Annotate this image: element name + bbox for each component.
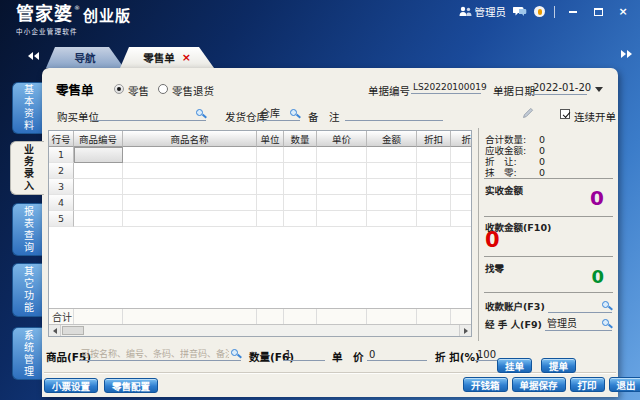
edit-icon[interactable] xyxy=(521,106,535,120)
buyer-input[interactable] xyxy=(90,108,206,121)
h-scrollbar[interactable] xyxy=(49,324,471,336)
price-input[interactable]: 0 xyxy=(367,347,427,361)
grid-cell[interactable] xyxy=(451,147,471,163)
grid-cell[interactable] xyxy=(317,195,367,211)
grid-cell[interactable] xyxy=(284,147,317,163)
message-icon[interactable] xyxy=(513,6,527,17)
sidebar-item-report-query[interactable]: 报表查询 xyxy=(12,203,42,256)
search-icon[interactable] xyxy=(196,109,206,119)
grid-cell[interactable] xyxy=(317,163,367,179)
sidebar-item-other-functions[interactable]: 其它功能 xyxy=(12,263,42,317)
grid-cell[interactable] xyxy=(367,147,417,163)
doc-no-value[interactable]: LS20220100019 xyxy=(411,82,481,94)
grid-cell[interactable] xyxy=(74,195,123,211)
table-row[interactable]: 3 xyxy=(49,179,471,195)
col-header-row-no: 行号 xyxy=(49,131,74,147)
tab-scroll-right-icon[interactable] xyxy=(621,50,632,58)
save-document-button[interactable]: 单据保存 xyxy=(512,377,566,392)
grid-cell[interactable] xyxy=(417,163,451,179)
grid-cell[interactable] xyxy=(257,195,284,211)
maximize-button[interactable] xyxy=(589,5,607,19)
minimize-button[interactable] xyxy=(564,5,582,19)
grid-cell[interactable] xyxy=(317,211,367,227)
sidebar-item-system-management[interactable]: 系统管理 xyxy=(12,327,42,380)
col-header-qty: 数量 xyxy=(284,131,317,147)
search-icon[interactable] xyxy=(602,319,612,329)
search-icon[interactable] xyxy=(231,349,241,359)
grid-cell[interactable] xyxy=(451,179,471,195)
grid-cell[interactable] xyxy=(317,147,367,163)
grid-cell[interactable] xyxy=(257,179,284,195)
product-search-input[interactable]: 可按名称、编号、条码、拼音码、备注查询 xyxy=(79,347,241,361)
table-row[interactable]: 1 xyxy=(49,147,471,163)
grid-cell[interactable] xyxy=(417,147,451,163)
grid-cell[interactable] xyxy=(317,179,367,195)
radio-retail-return[interactable] xyxy=(158,84,168,94)
grid-cell[interactable] xyxy=(123,195,257,211)
brand-name: 管家婆 xyxy=(16,5,73,23)
grid-cell[interactable] xyxy=(417,179,451,195)
qty-input[interactable]: 1 xyxy=(283,347,325,361)
grid-cell-selected[interactable] xyxy=(74,147,123,163)
table-row[interactable]: 2 xyxy=(49,163,471,179)
search-icon[interactable] xyxy=(290,109,300,119)
grid-cell[interactable] xyxy=(451,195,471,211)
grid-cell[interactable] xyxy=(74,211,123,227)
grid-cell[interactable] xyxy=(284,195,317,211)
user-menu[interactable]: 管理员 xyxy=(459,4,507,19)
retrieve-order-button[interactable]: 提单 xyxy=(541,358,576,373)
grid-cell[interactable] xyxy=(451,211,471,227)
grid-cell[interactable] xyxy=(284,211,317,227)
grid-cell[interactable] xyxy=(74,163,123,179)
grid-cell[interactable] xyxy=(123,179,257,195)
hold-order-button[interactable]: 挂单 xyxy=(497,358,532,373)
grid-cell[interactable] xyxy=(367,211,417,227)
close-tab-icon[interactable]: × xyxy=(182,51,191,64)
grid-cell[interactable] xyxy=(367,179,417,195)
scroll-thumb[interactable] xyxy=(62,326,84,335)
handler-input[interactable]: 管理员 xyxy=(545,318,612,331)
date-dropdown-icon[interactable] xyxy=(595,87,603,92)
retail-config-button[interactable]: 零售配置 xyxy=(104,378,158,393)
tab-retail-order[interactable]: 零售单 × xyxy=(120,47,214,68)
scroll-right-icon[interactable] xyxy=(459,325,471,336)
table-row[interactable]: 4 xyxy=(49,195,471,211)
handler-label: 经 手 人(F9) xyxy=(485,317,542,331)
open-cash-drawer-button[interactable]: 开钱箱 xyxy=(463,377,508,392)
doc-date-value[interactable]: 2022-01-20 xyxy=(531,82,587,95)
grid-cell[interactable] xyxy=(417,195,451,211)
grid-cell[interactable] xyxy=(284,179,317,195)
grid-cell[interactable] xyxy=(257,147,284,163)
grid-cell[interactable] xyxy=(123,147,257,163)
grid-cell[interactable] xyxy=(74,179,123,195)
grid-cell[interactable] xyxy=(367,163,417,179)
scroll-left-icon[interactable] xyxy=(49,325,61,336)
sidebar-item-business-entry[interactable]: 业务录入 xyxy=(10,141,44,195)
row-number: 5 xyxy=(49,211,74,227)
product-search-placeholder: 可按名称、编号、条码、拼音码、备注查询 xyxy=(79,347,229,360)
print-button[interactable]: 打印 xyxy=(570,377,605,392)
grid-cell[interactable] xyxy=(284,163,317,179)
radio-retail[interactable] xyxy=(114,84,124,94)
grid-cell[interactable] xyxy=(451,163,471,179)
tab-scroll-left-icon[interactable] xyxy=(28,52,39,60)
exit-button[interactable]: 退出 xyxy=(609,377,640,392)
remark-input[interactable] xyxy=(345,108,443,121)
grid-cell[interactable] xyxy=(257,163,284,179)
key-icon[interactable] xyxy=(534,6,545,17)
close-button[interactable]: × xyxy=(614,5,632,19)
account-input[interactable] xyxy=(548,300,612,313)
search-icon[interactable] xyxy=(602,301,612,311)
sidebar-item-basic-data[interactable]: 基本资料 xyxy=(12,82,42,134)
grid-cell[interactable] xyxy=(123,211,257,227)
continuous-billing-checkbox[interactable] xyxy=(560,109,570,119)
grid-cell[interactable] xyxy=(257,211,284,227)
grid-cell[interactable] xyxy=(417,211,451,227)
grid-cell[interactable] xyxy=(123,163,257,179)
warehouse-input[interactable]: 仓库 xyxy=(258,108,300,121)
radio-return-label: 零售退货 xyxy=(172,83,214,98)
grid-empty-area xyxy=(49,227,471,308)
table-row[interactable]: 5 xyxy=(49,211,471,227)
receipt-settings-button[interactable]: 小票设置 xyxy=(44,378,98,393)
grid-cell[interactable] xyxy=(367,195,417,211)
